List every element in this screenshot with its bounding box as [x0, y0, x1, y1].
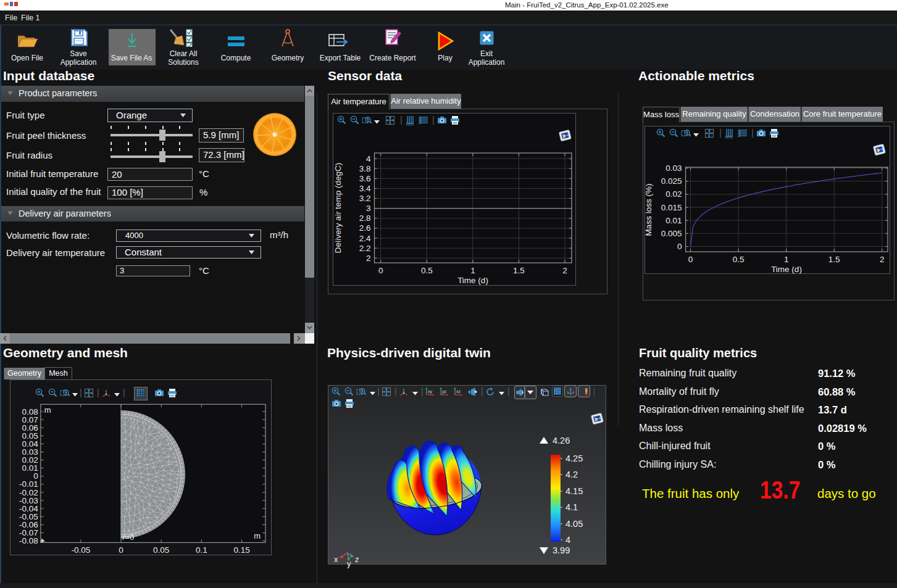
- svg-text:3.6: 3.6: [359, 174, 371, 183]
- svg-text:m: m: [254, 531, 261, 540]
- svg-text:3.2: 3.2: [359, 194, 371, 203]
- svg-text:3.99: 3.99: [553, 545, 570, 555]
- svg-text:1.5: 1.5: [513, 266, 525, 275]
- svg-text:2.2: 2.2: [359, 244, 371, 253]
- svg-text:0: 0: [677, 242, 682, 251]
- svg-text:0.1: 0.1: [196, 545, 207, 555]
- svg-text:0.01: 0.01: [665, 216, 682, 225]
- svg-text:4.26: 4.26: [553, 436, 570, 445]
- svg-text:z: z: [355, 555, 359, 564]
- svg-text:2.4: 2.4: [359, 234, 371, 243]
- svg-text:0.02: 0.02: [665, 189, 682, 199]
- svg-text:0: 0: [688, 255, 693, 264]
- svg-text:m: m: [44, 405, 51, 415]
- svg-text:2: 2: [562, 266, 567, 275]
- svg-text:2.8: 2.8: [359, 213, 371, 223]
- svg-text:2: 2: [880, 255, 885, 264]
- svg-text:4.2: 4.2: [565, 470, 578, 479]
- svg-text:r=0: r=0: [122, 532, 134, 542]
- svg-text:Delivery air temp (degC): Delivery air temp (degC): [333, 163, 343, 253]
- svg-text:4.25: 4.25: [565, 453, 583, 463]
- svg-text:0.5: 0.5: [733, 255, 745, 264]
- svg-text:0.15: 0.15: [233, 545, 249, 555]
- svg-text:Time (d): Time (d): [457, 276, 488, 285]
- svg-text:1.5: 1.5: [828, 255, 840, 264]
- svg-text:0.05: 0.05: [153, 545, 169, 555]
- svg-text:4: 4: [366, 154, 371, 164]
- svg-text:3: 3: [366, 204, 371, 213]
- svg-text:x: x: [334, 555, 338, 564]
- svg-text:4.1: 4.1: [565, 502, 578, 512]
- svg-text:0.015: 0.015: [661, 203, 682, 212]
- svg-text:0.025: 0.025: [661, 176, 682, 186]
- svg-text:1: 1: [470, 266, 475, 275]
- svg-text:4.15: 4.15: [565, 486, 583, 496]
- svg-text:2: 2: [366, 254, 371, 263]
- svg-text:-0.05: -0.05: [71, 545, 90, 555]
- svg-text:Mass loss (%): Mass loss (%): [645, 184, 653, 236]
- svg-text:0.5: 0.5: [421, 266, 433, 275]
- svg-text:Time (d): Time (d): [771, 265, 802, 274]
- svg-text:2.6: 2.6: [359, 223, 371, 233]
- svg-text:0: 0: [378, 266, 383, 275]
- svg-text:0: 0: [119, 545, 123, 555]
- svg-text:y: y: [347, 559, 351, 568]
- svg-text:0.03: 0.03: [665, 164, 682, 173]
- svg-text:3.4: 3.4: [359, 184, 371, 193]
- svg-text:3.8: 3.8: [359, 164, 371, 173]
- svg-text:4: 4: [565, 535, 570, 545]
- svg-text:0.005: 0.005: [661, 229, 682, 238]
- svg-text:1: 1: [784, 255, 789, 264]
- svg-text:-0.08: -0.08: [19, 536, 38, 545]
- svg-text:4.05: 4.05: [565, 519, 583, 529]
